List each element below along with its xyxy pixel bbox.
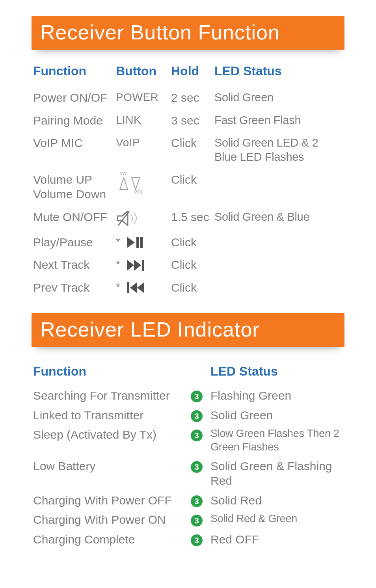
- hold-cell: Click: [169, 276, 213, 299]
- button-cell: [114, 206, 169, 231]
- page: Receiver Button Function Function Button…: [0, 0, 376, 573]
- button-cell: VOL VOL: [114, 168, 169, 206]
- table-row: Power ON/OF POWER 2 sec Solid Green: [32, 86, 344, 109]
- led-cell: Solid Green & Flashing Red: [209, 456, 344, 491]
- fn-cell: Next Track: [32, 253, 114, 276]
- led-cell: [213, 253, 344, 276]
- svg-marker-6: [127, 260, 134, 271]
- header-button: Button: [114, 61, 169, 86]
- table-row: Charging With Power OFF 3 Solid Red: [32, 491, 344, 510]
- button-cell: VoIP: [114, 132, 169, 168]
- hold-cell: Click: [169, 253, 213, 276]
- badge-cell: 3: [189, 456, 209, 491]
- fn-cell: VoIP MIC: [32, 132, 114, 168]
- button-cell: LINK: [114, 109, 169, 132]
- svg-rect-5: [140, 237, 143, 248]
- svg-rect-8: [142, 260, 144, 271]
- table-row: Charging With Power ON 3 Solid Red & Gre…: [32, 510, 344, 530]
- button-cell: *: [114, 276, 169, 299]
- hold-cell: Click: [169, 231, 213, 254]
- led-cell: Solid Green & Blue: [213, 206, 344, 231]
- fn-cell: Prev Track: [32, 276, 114, 299]
- badge-cell: 3: [189, 530, 209, 549]
- table-row: Next Track * Click: [32, 253, 344, 276]
- section2-banner: Receiver LED Indicator: [32, 313, 344, 347]
- badge-cell: 3: [189, 491, 209, 510]
- play-pause-icon: [126, 236, 143, 248]
- table-row: Charging Complete 3 Red OFF: [32, 530, 344, 549]
- hold-cell: 3 sec: [169, 109, 213, 132]
- table-row: Play/Pause * Click: [32, 231, 344, 254]
- led-cell: Solid Red: [209, 491, 344, 510]
- fn-cell: Charging With Power OFF: [32, 491, 189, 510]
- led-number-badge-icon: 3: [191, 461, 203, 473]
- section1-banner: Receiver Button Function: [32, 16, 344, 50]
- table-row: VoIP MIC VoIP Click Solid Green LED & 2 …: [32, 132, 344, 168]
- led-number-badge-icon: 3: [191, 410, 203, 422]
- button-cell: POWER: [114, 86, 169, 109]
- fn-cell: Low Battery: [32, 456, 189, 491]
- table-row: Prev Track * Click: [32, 276, 344, 299]
- led-cell: Flashing Green: [209, 386, 344, 406]
- fn-cell: Linked to Transmitter: [32, 406, 189, 425]
- header-led: LED Status: [209, 359, 344, 386]
- fn-cell: Volume UP Volume Down: [32, 168, 114, 206]
- table-row: Searching For Transmitter 3 Flashing Gre…: [32, 386, 344, 406]
- svg-marker-10: [130, 282, 137, 293]
- fn-cell: Play/Pause: [32, 231, 114, 254]
- mute-icon: [116, 211, 141, 223]
- table-row: Volume UP Volume Down VOL VOL Click: [32, 168, 344, 206]
- table-row: Low Battery 3 Solid Green & Flashing Red: [32, 456, 344, 491]
- svg-marker-0: [120, 178, 128, 190]
- fn-cell: Power ON/OF: [32, 86, 114, 109]
- led-cell: [213, 231, 344, 254]
- led-cell: Red OFF: [209, 530, 344, 549]
- led-number-badge-icon: 3: [191, 495, 203, 507]
- button-cell: *: [114, 231, 169, 254]
- led-cell: [213, 168, 344, 206]
- table-row: Linked to Transmitter 3 Solid Green: [32, 406, 344, 425]
- hold-cell: 2 sec: [169, 86, 213, 109]
- button-cell: *: [114, 253, 169, 276]
- led-cell: Solid Green: [213, 86, 344, 109]
- svg-marker-3: [127, 237, 135, 248]
- led-cell: Fast Green Flash: [213, 109, 344, 132]
- fn-cell: Sleep (Activated By Tx): [32, 425, 189, 456]
- led-cell: Solid Green: [209, 406, 344, 425]
- led-number-badge-icon: 3: [191, 430, 203, 441]
- volume-arrows-icon: VOL VOL: [116, 172, 143, 194]
- header-led: LED Status: [213, 61, 344, 86]
- led-cell: Slow Green Flashes Then 2 Green Flashes: [209, 425, 344, 456]
- asterisk: *: [116, 281, 123, 293]
- badge-cell: 3: [189, 510, 209, 530]
- button-function-table: Function Button Hold LED Status Power ON…: [32, 61, 344, 299]
- svg-marker-1: [132, 178, 140, 190]
- table-row: Mute ON/OFF 1.5 sec Solid Green & Blue: [32, 206, 344, 231]
- led-indicator-table: Function LED Status Searching For Transm…: [32, 359, 344, 549]
- led-number-badge-icon: 3: [191, 391, 203, 402]
- fn-cell: Charging With Power ON: [32, 510, 189, 530]
- led-cell: Solid Green LED & 2 Blue LED Flashes: [213, 132, 344, 168]
- svg-marker-11: [137, 282, 144, 293]
- fn-cell: Pairing Mode: [32, 109, 114, 132]
- header-function: Function: [32, 61, 114, 86]
- table-header-row: Function LED Status: [32, 359, 344, 386]
- hold-cell: 1.5 sec: [169, 206, 213, 231]
- asterisk: *: [116, 236, 123, 248]
- badge-cell: 3: [189, 425, 209, 456]
- header-hold: Hold: [169, 61, 213, 86]
- fn-cell: Searching For Transmitter: [32, 386, 189, 406]
- hold-cell: Click: [169, 132, 213, 168]
- svg-rect-9: [127, 282, 129, 293]
- led-number-badge-icon: 3: [191, 534, 203, 546]
- led-number-badge-icon: 3: [191, 515, 203, 527]
- section1-title: Receiver Button Function: [40, 21, 280, 44]
- prev-track-icon: [126, 281, 145, 293]
- svg-marker-7: [134, 260, 141, 271]
- header-function: Function: [32, 359, 189, 386]
- badge-cell: 3: [189, 406, 209, 425]
- table-row: Sleep (Activated By Tx) 3 Slow Green Fla…: [32, 425, 344, 456]
- table-header-row: Function Button Hold LED Status: [32, 61, 344, 86]
- led-cell: Solid Red & Green: [209, 510, 344, 530]
- svg-rect-4: [136, 237, 139, 248]
